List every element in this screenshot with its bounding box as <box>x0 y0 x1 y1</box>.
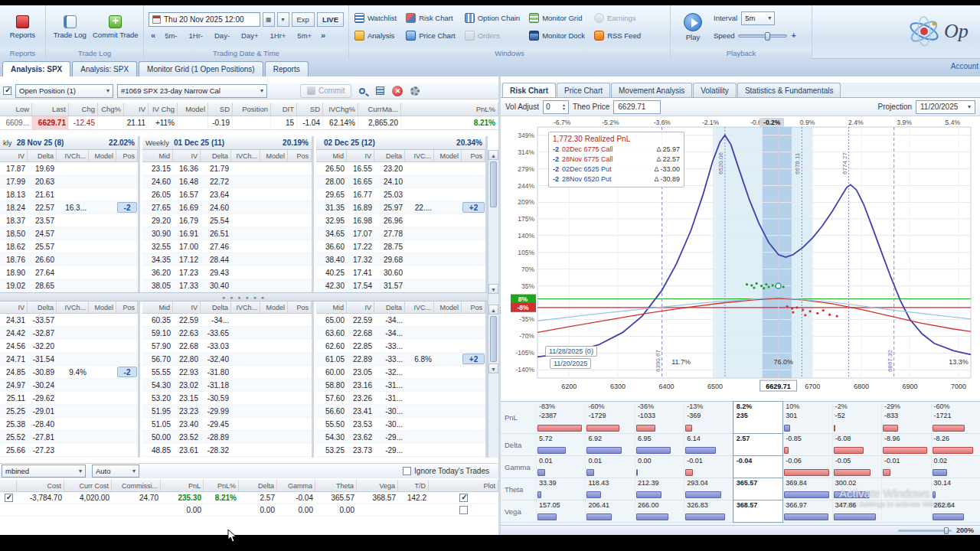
cell[interactable]: 24.60 <box>201 201 231 214</box>
cell[interactable] <box>260 188 288 201</box>
table-row[interactable]: 24.71-31.54 <box>0 353 138 366</box>
vol-adjust-spinner[interactable]: 0 ▲▼ <box>543 100 569 114</box>
cell[interactable] <box>260 279 288 292</box>
table-row[interactable]: 50.0023.52-28.89 <box>142 431 312 444</box>
tab-reports[interactable]: Reports <box>265 61 309 77</box>
cell[interactable]: 16.89 <box>347 201 374 214</box>
cell[interactable] <box>116 340 138 352</box>
cell[interactable]: 26.96 <box>374 214 405 227</box>
cell[interactable] <box>116 431 138 443</box>
cell[interactable] <box>462 431 485 443</box>
cell[interactable]: -27.81 <box>28 431 57 443</box>
cell[interactable]: -32.40 <box>201 353 231 365</box>
cell[interactable] <box>434 405 462 417</box>
table-row[interactable]: 17.8719.69 <box>0 162 138 175</box>
table-row[interactable]: 25.38-28.40 <box>0 418 138 431</box>
cell[interactable]: 17.22 <box>347 240 374 253</box>
cell[interactable] <box>57 240 89 253</box>
cell[interactable]: -33.03 <box>201 340 231 352</box>
cell[interactable] <box>405 431 434 443</box>
table-row[interactable]: 29.2016.7925.54 <box>142 214 312 227</box>
settings-button[interactable] <box>408 84 422 98</box>
ignore-trades-option[interactable]: Ignore Today's Trades <box>403 467 489 475</box>
cell[interactable]: 23.26 <box>347 392 374 404</box>
cell[interactable] <box>231 214 260 227</box>
table-row[interactable]: 55.5023.53-30... <box>316 418 485 431</box>
cell[interactable] <box>357 504 398 516</box>
search-button[interactable] <box>355 84 369 98</box>
cell[interactable]: 65.00 <box>316 314 347 326</box>
cell[interactable]: 60.00 <box>316 366 347 378</box>
cell[interactable] <box>434 279 462 292</box>
cell[interactable]: 23.57 <box>28 214 57 227</box>
cell[interactable]: -34... <box>374 327 405 339</box>
cell[interactable] <box>434 444 462 456</box>
cell[interactable]: 54.30 <box>142 379 173 391</box>
cell[interactable] <box>116 327 138 339</box>
cell[interactable] <box>260 314 288 326</box>
cell[interactable]: 30.90 <box>142 227 173 240</box>
cell[interactable] <box>288 201 312 214</box>
cell[interactable] <box>462 366 485 378</box>
live-button[interactable]: LIVE <box>317 12 344 27</box>
table-row[interactable]: 0.000.000.000.00 <box>0 504 498 517</box>
cell[interactable] <box>288 279 312 292</box>
cell[interactable]: -32.87 <box>28 327 57 339</box>
cell[interactable] <box>405 392 434 404</box>
cell[interactable]: 0.00 <box>277 504 315 516</box>
cell[interactable]: 16.48 <box>173 175 201 187</box>
table-row[interactable]: 17.9920.63 <box>0 175 138 188</box>
cell[interactable] <box>260 253 288 266</box>
cell[interactable] <box>57 253 89 266</box>
cell[interactable]: 23.05 <box>347 366 374 378</box>
table-row[interactable]: 51.0523.40-29.45 <box>142 418 312 431</box>
theo-price-field[interactable]: 6629.71 <box>613 100 661 114</box>
cell[interactable]: 38.40 <box>316 253 347 266</box>
cell[interactable] <box>405 405 434 417</box>
table-row[interactable]: 25.25-29.01 <box>0 405 138 418</box>
cell[interactable] <box>429 492 498 504</box>
cell[interactable]: -31.80 <box>201 366 231 378</box>
cell[interactable] <box>260 418 288 430</box>
watchlist-button[interactable]: Watchlist <box>352 10 399 26</box>
cell[interactable] <box>231 240 260 253</box>
cell[interactable]: 40.25 <box>316 266 347 279</box>
table-row[interactable]: 56.6023.41-30... <box>316 405 485 418</box>
cell[interactable] <box>231 431 260 443</box>
cell[interactable]: 28.75 <box>374 240 405 253</box>
cell[interactable] <box>57 392 89 404</box>
cell[interactable] <box>231 405 260 417</box>
cell[interactable] <box>260 379 288 391</box>
cell[interactable]: 24.70 <box>112 492 161 504</box>
cell[interactable]: -32.20 <box>28 340 57 352</box>
table-row[interactable]: 55.5522.93-31.80 <box>142 366 312 379</box>
cell[interactable] <box>89 279 116 292</box>
cell[interactable]: 17.23 <box>173 266 201 279</box>
cell[interactable] <box>89 175 116 187</box>
table-row[interactable]: 53.2523.73-29... <box>316 444 485 457</box>
table-row[interactable]: 60.3522.59-34... <box>142 314 312 327</box>
cell[interactable] <box>0 492 17 504</box>
cell[interactable] <box>231 253 260 266</box>
table-row[interactable]: 61.0522.89-33...6.8%+2 <box>316 353 485 366</box>
step-far-fwd-button[interactable]: » <box>318 31 328 40</box>
step-back-5m-button[interactable]: 5m- <box>160 29 181 42</box>
cell[interactable] <box>462 266 485 279</box>
scroll-down-icon[interactable]: ▼ <box>488 364 498 373</box>
cell[interactable] <box>116 253 138 266</box>
cell[interactable]: 25.11 <box>0 392 28 404</box>
cell[interactable] <box>462 418 485 430</box>
table-row[interactable]: 38.0517.3330.40 <box>142 279 312 292</box>
cell[interactable] <box>462 392 485 404</box>
cell[interactable]: 17.99 <box>0 175 28 187</box>
tab-monitor-grid[interactable]: Monitor Grid (1 Open Positions) <box>139 61 263 77</box>
cell[interactable]: 24.10 <box>374 175 405 187</box>
step-fwd-day-button[interactable]: Day+ <box>237 29 263 42</box>
cell[interactable]: -28.40 <box>28 418 57 430</box>
cell[interactable] <box>260 201 288 214</box>
cell[interactable]: 24.57 <box>28 227 57 240</box>
cell[interactable] <box>89 162 116 174</box>
checkbox[interactable] <box>5 494 13 502</box>
cell[interactable]: 365.57 <box>315 492 357 504</box>
cell[interactable]: 22.93 <box>173 366 201 378</box>
